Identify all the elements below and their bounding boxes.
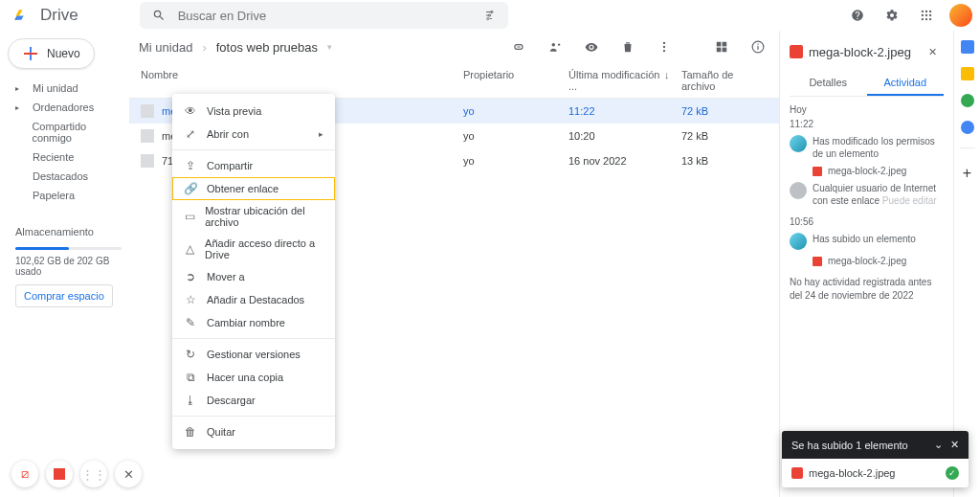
gear-icon[interactable] bbox=[880, 4, 903, 27]
details-filename: mega-block-2.jpeg bbox=[809, 45, 915, 59]
svg-point-10 bbox=[925, 18, 927, 20]
open-icon: ⤢ bbox=[184, 127, 197, 141]
new-button[interactable]: Nuevo bbox=[8, 38, 95, 69]
chevron-down-icon[interactable]: ⌄ bbox=[934, 439, 943, 451]
tasks-icon[interactable] bbox=[961, 94, 974, 107]
activity-file[interactable]: mega-block-2.jpeg bbox=[813, 166, 944, 176]
tab-activity[interactable]: Actividad bbox=[867, 71, 945, 96]
contacts-icon[interactable] bbox=[961, 121, 974, 134]
share-icon[interactable] bbox=[544, 35, 567, 58]
account-avatar[interactable] bbox=[949, 4, 972, 27]
sidebar: Nuevo ▸Mi unidad ▸Ordenadores Compartido… bbox=[0, 31, 129, 497]
sidebar-item-trash[interactable]: Papelera bbox=[8, 186, 129, 205]
col-name[interactable]: Nombre bbox=[141, 69, 463, 92]
info-icon[interactable] bbox=[746, 35, 769, 58]
record-disabled-icon[interactable]: ⧄ bbox=[11, 461, 38, 487]
upload-item[interactable]: mega-block-2.jpeg ✓ bbox=[782, 459, 969, 487]
activity-event: Has subido un elemento bbox=[790, 233, 944, 250]
svg-point-8 bbox=[929, 14, 931, 16]
storage-section: Almacenamiento 102,62 GB de 202 GB usado… bbox=[8, 222, 129, 307]
activity-event: Has modificado los permisos de un elemen… bbox=[790, 135, 944, 160]
search-input[interactable] bbox=[178, 9, 470, 23]
share-icon: ⇪ bbox=[184, 159, 197, 172]
new-button-label: Nuevo bbox=[47, 47, 80, 60]
sidebar-item-storage[interactable]: Almacenamiento bbox=[15, 222, 122, 241]
ctx-show-location[interactable]: ▭Mostrar ubicación del archivo bbox=[172, 200, 335, 233]
context-menu: 👁Vista previa ⤢Abrir con▸ ⇪Compartir 🔗Ob… bbox=[172, 94, 335, 449]
svg-point-12 bbox=[552, 43, 556, 47]
ctx-star[interactable]: ☆Añadir a Destacados bbox=[172, 288, 335, 311]
delete-icon[interactable] bbox=[616, 35, 639, 58]
svg-rect-16 bbox=[717, 42, 722, 47]
ctx-download[interactable]: ⭳Descargar bbox=[172, 389, 335, 412]
breadcrumb: Mi unidad › fotos web pruebas ▾ bbox=[129, 31, 779, 63]
sidebar-item-computers[interactable]: ▸Ordenadores bbox=[8, 98, 129, 117]
ctx-preview[interactable]: 👁Vista previa bbox=[172, 100, 335, 123]
app-header: Drive bbox=[0, 0, 980, 31]
file-thumb-icon bbox=[141, 154, 154, 168]
close-icon[interactable]: ✕ bbox=[115, 461, 142, 487]
drive-logo[interactable] bbox=[8, 4, 31, 27]
link-icon: 🔗 bbox=[184, 182, 197, 195]
preview-icon[interactable] bbox=[580, 35, 603, 58]
svg-point-2 bbox=[486, 17, 488, 19]
tab-details[interactable]: Detalles bbox=[790, 71, 867, 96]
user-avatar-icon bbox=[790, 135, 807, 152]
close-icon[interactable]: ✕ bbox=[950, 439, 959, 451]
buy-storage-button[interactable]: Comprar espacio bbox=[15, 284, 113, 307]
sidebar-item-mydrive[interactable]: ▸Mi unidad bbox=[8, 79, 129, 98]
help-icon[interactable] bbox=[846, 4, 869, 27]
svg-point-13 bbox=[663, 42, 665, 44]
search-filter-icon[interactable] bbox=[478, 4, 501, 27]
ctx-remove[interactable]: 🗑Quitar bbox=[172, 420, 335, 443]
grid-icon[interactable]: ⋮⋮ bbox=[80, 461, 107, 487]
folder-icon: ▭ bbox=[184, 210, 195, 223]
sidebar-item-shared[interactable]: Compartido conmigo bbox=[8, 117, 129, 147]
calendar-icon[interactable] bbox=[961, 40, 974, 54]
trash-icon: 🗑 bbox=[184, 425, 197, 439]
svg-rect-21 bbox=[757, 46, 758, 50]
download-icon: ⭳ bbox=[184, 394, 197, 407]
ctx-share[interactable]: ⇪Compartir bbox=[172, 154, 335, 177]
svg-rect-19 bbox=[723, 48, 727, 53]
col-owner[interactable]: Propietario bbox=[463, 69, 568, 92]
sort-arrow-icon[interactable]: ↓ bbox=[664, 69, 676, 92]
add-icon[interactable]: + bbox=[956, 162, 979, 185]
close-icon[interactable]: ✕ bbox=[921, 40, 944, 63]
col-modified[interactable]: Última modificación ... bbox=[568, 69, 664, 92]
sidebar-item-starred[interactable]: Destacados bbox=[8, 167, 129, 186]
apps-icon[interactable] bbox=[915, 4, 938, 27]
ctx-get-link[interactable]: 🔗Obtener enlace bbox=[172, 177, 335, 200]
get-link-icon[interactable] bbox=[507, 35, 530, 58]
search-bar[interactable] bbox=[140, 2, 508, 29]
svg-rect-17 bbox=[723, 42, 727, 47]
copy-icon: ⧉ bbox=[184, 371, 197, 384]
svg-point-3 bbox=[922, 11, 924, 12]
ctx-rename[interactable]: ✎Cambiar nombre bbox=[172, 311, 335, 334]
stop-icon[interactable] bbox=[46, 461, 73, 487]
col-size[interactable]: Tamaño de archivo bbox=[681, 69, 768, 92]
side-rail: + bbox=[953, 31, 980, 497]
eye-icon: 👁 bbox=[184, 104, 197, 118]
keep-icon[interactable] bbox=[961, 67, 974, 80]
activity-file[interactable]: mega-block-2.jpeg bbox=[813, 256, 944, 266]
chevron-down-icon[interactable]: ▾ bbox=[327, 42, 332, 52]
drive-icon: △ bbox=[184, 242, 195, 256]
svg-point-5 bbox=[929, 11, 931, 12]
more-icon[interactable] bbox=[653, 35, 676, 58]
ctx-open-with[interactable]: ⤢Abrir con▸ bbox=[172, 123, 335, 146]
breadcrumb-current[interactable]: fotos web pruebas bbox=[216, 40, 318, 55]
grid-view-icon[interactable] bbox=[710, 35, 733, 58]
svg-point-14 bbox=[663, 46, 665, 48]
image-file-icon bbox=[791, 467, 803, 479]
image-file-icon bbox=[813, 257, 822, 266]
activity-event: Cualquier usuario de Internet con este e… bbox=[790, 182, 944, 207]
ctx-add-shortcut[interactable]: △Añadir acceso directo a Drive bbox=[172, 233, 335, 265]
search-icon bbox=[147, 4, 170, 27]
ctx-copy[interactable]: ⧉Hacer una copia bbox=[172, 366, 335, 389]
breadcrumb-root[interactable]: Mi unidad bbox=[139, 40, 192, 55]
ctx-versions[interactable]: ↻Gestionar versiones bbox=[172, 343, 335, 366]
storage-bar bbox=[15, 247, 122, 250]
ctx-move[interactable]: ➲Mover a bbox=[172, 265, 335, 288]
sidebar-item-recent[interactable]: Reciente bbox=[8, 147, 129, 167]
